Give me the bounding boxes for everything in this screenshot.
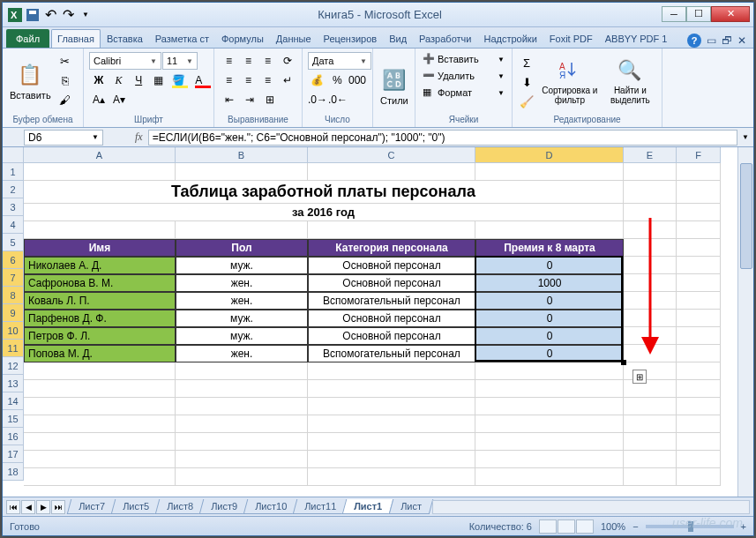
font-size-combo[interactable]: 11▼: [162, 52, 198, 70]
cell[interactable]: Петров Ф. Л.: [24, 327, 176, 345]
cell[interactable]: Вспомогательный персонал: [308, 345, 475, 362]
cell[interactable]: [624, 163, 677, 181]
minimize-ribbon-icon[interactable]: ▭: [707, 34, 716, 47]
italic-button[interactable]: К: [109, 71, 129, 89]
col-header-B[interactable]: B: [176, 147, 308, 163]
autosum-icon[interactable]: Σ: [518, 54, 535, 71]
cell[interactable]: [24, 468, 176, 486]
normal-view-icon[interactable]: [539, 519, 557, 534]
prev-sheet-icon[interactable]: ◀: [21, 500, 35, 514]
col-header-C[interactable]: C: [308, 147, 475, 163]
col-header-F[interactable]: F: [677, 147, 721, 163]
cell[interactable]: 0: [475, 327, 624, 345]
cell[interactable]: 1000: [475, 274, 624, 292]
tab-formulas[interactable]: Формулы: [215, 29, 270, 48]
cell[interactable]: [475, 433, 624, 451]
sheet-tab[interactable]: Лист7: [67, 499, 117, 514]
font-color-button[interactable]: A: [189, 71, 208, 89]
cell[interactable]: [308, 415, 475, 433]
last-sheet-icon[interactable]: ⏭: [51, 500, 65, 514]
cell[interactable]: [475, 468, 624, 486]
border-button[interactable]: ▦: [149, 71, 168, 89]
cell[interactable]: [677, 345, 721, 362]
cell[interactable]: [308, 362, 475, 380]
fill-icon[interactable]: ⬇: [518, 73, 535, 91]
table-subtitle[interactable]: за 2016 год: [24, 204, 624, 221]
tab-view[interactable]: Вид: [383, 29, 413, 48]
currency-icon[interactable]: 💰: [308, 71, 327, 89]
cell[interactable]: [308, 163, 475, 181]
cell[interactable]: [677, 204, 721, 221]
sheet-tab[interactable]: Лист8: [155, 499, 206, 514]
cell[interactable]: Сафронова В. М.: [24, 274, 176, 292]
underline-button[interactable]: Ч: [129, 71, 148, 89]
cell[interactable]: [176, 163, 308, 181]
cell[interactable]: [24, 451, 176, 468]
expand-formula-icon[interactable]: ▼: [737, 133, 753, 141]
cell[interactable]: Коваль Л. П.: [24, 292, 176, 310]
cell[interactable]: [677, 362, 721, 380]
cell[interactable]: [624, 415, 677, 433]
cell[interactable]: [24, 221, 176, 239]
cell[interactable]: [677, 239, 721, 257]
cell[interactable]: [308, 468, 475, 486]
tab-developer[interactable]: Разработчи: [413, 29, 477, 48]
table-title[interactable]: Таблица заработной платы персонала: [24, 181, 624, 204]
align-middle-icon[interactable]: ≡: [239, 52, 258, 70]
decrease-font-icon[interactable]: A▾: [109, 91, 129, 108]
insert-row-button[interactable]: ➕Вставить▼: [421, 52, 506, 66]
cell[interactable]: [677, 257, 721, 274]
table-header[interactable]: Пол: [176, 239, 308, 257]
font-name-combo[interactable]: Calibri▼: [89, 52, 161, 70]
cell[interactable]: жен.: [176, 292, 308, 310]
cell[interactable]: муж.: [176, 310, 308, 327]
col-header-A[interactable]: A: [24, 147, 176, 163]
cell[interactable]: [475, 163, 624, 181]
align-top-icon[interactable]: ≡: [220, 52, 238, 70]
row-header-5[interactable]: 5: [3, 234, 24, 251]
vertical-scrollbar[interactable]: [737, 147, 753, 497]
copy-icon[interactable]: ⎘: [56, 71, 74, 89]
cell[interactable]: [308, 398, 475, 415]
cell[interactable]: [176, 398, 308, 415]
first-sheet-icon[interactable]: ⏮: [6, 500, 20, 514]
cell[interactable]: жен.: [176, 274, 308, 292]
cell[interactable]: 0: [475, 292, 624, 310]
restore-workbook-icon[interactable]: 🗗: [722, 34, 732, 47]
cell[interactable]: Основной персонал: [308, 257, 475, 274]
cell[interactable]: жен.: [176, 345, 308, 362]
sheet-tab[interactable]: Лист9: [199, 499, 250, 514]
sheet-tab[interactable]: Лист11: [293, 499, 348, 514]
next-sheet-icon[interactable]: ▶: [36, 500, 50, 514]
cell[interactable]: [24, 362, 176, 380]
align-right-icon[interactable]: ≡: [258, 71, 277, 89]
row-header-17[interactable]: 17: [3, 445, 24, 463]
minimize-button[interactable]: ─: [662, 6, 686, 22]
cell[interactable]: [176, 380, 308, 398]
cut-icon[interactable]: ✂: [56, 52, 74, 70]
cell[interactable]: муж.: [176, 327, 308, 345]
cell[interactable]: Основной персонал: [308, 310, 475, 327]
tab-abbyy[interactable]: ABBYY PDF 1: [599, 29, 674, 48]
cell[interactable]: [677, 380, 721, 398]
cell[interactable]: [677, 310, 721, 327]
row-header-3[interactable]: 3: [3, 198, 24, 216]
align-left-icon[interactable]: ≡: [220, 71, 238, 89]
cell[interactable]: [624, 398, 677, 415]
format-cells-button[interactable]: ▦Формат▼: [421, 86, 506, 100]
close-workbook-icon[interactable]: ✕: [737, 34, 746, 47]
percent-icon[interactable]: %: [328, 71, 348, 89]
formula-input[interactable]: =ЕСЛИ(И(B6="жен."; C6="Основной персонал…: [148, 130, 737, 146]
cell[interactable]: [677, 327, 721, 345]
tab-pagelayout[interactable]: Разметка ст: [149, 29, 215, 48]
cell[interactable]: 0: [475, 310, 624, 327]
comma-icon[interactable]: 000: [348, 71, 367, 89]
row-header-9[interactable]: 9: [3, 304, 24, 322]
row-header-8[interactable]: 8: [3, 287, 24, 304]
orientation-icon[interactable]: ⟳: [278, 52, 296, 70]
fill-color-button[interactable]: 🪣: [169, 71, 189, 89]
cell[interactable]: [624, 181, 677, 204]
redo-icon[interactable]: ↷: [61, 8, 75, 22]
styles-button[interactable]: 🔠 Стили: [377, 50, 412, 123]
cell[interactable]: [475, 221, 624, 239]
